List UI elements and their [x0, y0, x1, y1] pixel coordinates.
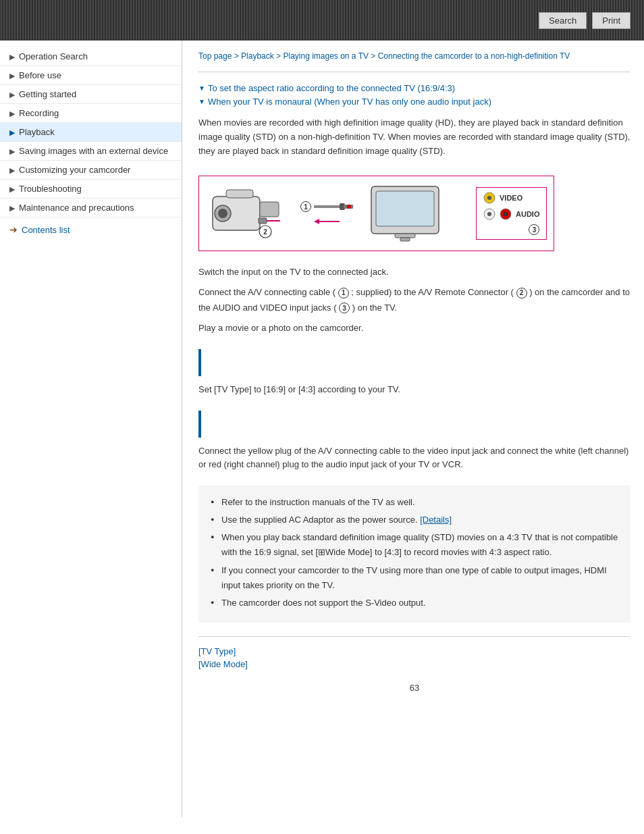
section-bar-icon-2 [198, 411, 201, 438]
circle-inline-1: 1 [338, 288, 349, 298]
section-link-label: To set the aspect ratio according to the… [208, 83, 455, 93]
sidebar-item-label: Getting started [19, 89, 76, 99]
page-layout: ▶ Operation Search ▶ Before use ▶ Gettin… [0, 41, 644, 817]
wide-mode-link[interactable]: [Wide Mode] [198, 659, 630, 669]
section-link-aspect-ratio[interactable]: ▼ To set the aspect ratio according to t… [198, 83, 630, 93]
sidebar-item-label: Operation Search [19, 51, 88, 61]
sidebar-item-playback[interactable]: ▶ Playback [0, 123, 182, 142]
note-item-1: Refer to the instruction manuals of the … [211, 495, 618, 510]
breadcrumb-playing-images[interactable]: Playing images on a TV [283, 51, 369, 61]
contents-list-label: Contents list [22, 225, 70, 235]
search-button[interactable]: Search [539, 12, 587, 29]
triangle-down-icon-2: ▼ [198, 98, 205, 105]
sidebar-item-recording[interactable]: ▶ Recording [0, 104, 182, 123]
svg-text:2: 2 [263, 228, 267, 236]
svg-point-12 [347, 205, 351, 209]
breadcrumb: Top page > Playback > Playing images on … [198, 51, 630, 61]
note-item-3: When you play back standard definition i… [211, 530, 618, 560]
arrow-left-svg [314, 217, 341, 226]
av-panel: VIDEO AUDIO [476, 187, 547, 240]
sidebar-item-operation-search[interactable]: ▶ Operation Search [0, 47, 182, 66]
contents-list-link[interactable]: ➔ Contents list [0, 217, 182, 242]
page-number: 63 [198, 683, 630, 693]
circle-inline-3: 3 [339, 303, 350, 313]
step-3-text: Play a movie or a photo on the camcorder… [198, 321, 630, 336]
arrow-icon: ▶ [9, 72, 15, 80]
connection-diagram: 2 1 [198, 176, 554, 251]
notes-box: Refer to the instruction manuals of the … [198, 486, 630, 623]
arrow-icon: ▶ [9, 109, 15, 118]
video-connector-icon [483, 192, 495, 204]
cable-connector-area: 1 [300, 201, 354, 226]
bottom-links: [TV Type] [Wide Mode] [198, 636, 630, 669]
section-link-monaural[interactable]: ▼ When your TV is monaural (When your TV… [198, 97, 630, 107]
arrow-icon: ▶ [9, 185, 15, 194]
section-link-label-2: When your TV is monaural (When your TV h… [208, 97, 491, 107]
sidebar-item-label: Saving images with an external device [19, 146, 168, 156]
svg-rect-4 [226, 190, 253, 198]
monaural-section-heading [198, 411, 630, 438]
contents-list-arrow-icon: ➔ [9, 224, 18, 235]
sidebar-item-label: Recording [19, 108, 59, 118]
camcorder-illustration: 2 [206, 183, 287, 244]
svg-rect-16 [376, 191, 434, 226]
divider-top [198, 72, 630, 72]
step-1-text: Switch the input on the TV to the connec… [198, 265, 630, 280]
sidebar-item-getting-started[interactable]: ▶ Getting started [0, 85, 182, 104]
note-item-2: Use the supplied AC Adaptor as the power… [211, 513, 618, 527]
audio-white-connector-icon [483, 208, 495, 220]
svg-point-20 [487, 196, 491, 200]
sidebar-item-before-use[interactable]: ▶ Before use [0, 66, 182, 85]
triangle-down-icon: ▼ [198, 84, 205, 92]
cable-svg [314, 201, 354, 213]
breadcrumb-connecting[interactable]: Connecting the camcorder to a non-high-d… [378, 51, 570, 61]
tv-illustration [368, 183, 462, 244]
details-link[interactable]: [Details] [420, 515, 452, 525]
intro-text: When movies are recorded with high defin… [198, 116, 630, 158]
svg-rect-9 [314, 205, 341, 208]
sidebar-item-troubleshooting[interactable]: ▶ Troubleshooting [0, 180, 182, 199]
breadcrumb-top-page[interactable]: Top page [198, 51, 232, 61]
breadcrumb-playback[interactable]: Playback [241, 51, 274, 61]
main-content: Top page > Playback > Playing images on … [182, 41, 644, 817]
arrow-icon: ▶ [9, 204, 15, 213]
section-bar-icon [198, 349, 201, 376]
tv-type-link[interactable]: [TV Type] [198, 646, 630, 656]
audio-row: AUDIO [483, 208, 539, 220]
arrow-icon: ▶ [9, 147, 15, 156]
svg-point-22 [487, 212, 491, 216]
notes-list: Refer to the instruction manuals of the … [211, 495, 618, 610]
tv-type-section-heading [198, 349, 630, 376]
cable-plug: 1 [300, 201, 354, 213]
circle-3-container: 3 [483, 224, 539, 235]
top-bar: Search Print [0, 0, 644, 41]
arrow-icon: ▶ [9, 166, 15, 175]
note-item-5: The camcorder does not support the S-Vid… [211, 596, 618, 610]
sidebar-item-label: Before use [19, 70, 61, 80]
arrow-icon: ▶ [9, 90, 15, 99]
svg-point-24 [504, 212, 508, 216]
svg-rect-18 [400, 238, 410, 241]
svg-point-2 [218, 209, 227, 218]
step-2-text: Connect the A/V connecting cable ( 1 ; s… [198, 285, 630, 315]
sidebar-item-label: Troubleshooting [19, 184, 82, 194]
sidebar-item-label: Customizing your camcorder [19, 165, 130, 175]
monaural-connect-text: Connect the yellow plug of the A/V conne… [198, 444, 630, 473]
circle-num-1: 1 [300, 201, 311, 212]
arrow-icon: ▶ [9, 128, 15, 137]
sidebar-item-saving-images[interactable]: ▶ Saving images with an external device [0, 142, 182, 161]
tv-type-set-text: Set [TV Type] to [16:9] or [4:3] accordi… [198, 383, 630, 397]
svg-rect-3 [260, 202, 279, 217]
sidebar-item-label: Playback [19, 127, 55, 137]
sidebar: ▶ Operation Search ▶ Before use ▶ Gettin… [0, 41, 182, 817]
sidebar-item-customizing[interactable]: ▶ Customizing your camcorder [0, 161, 182, 180]
svg-rect-5 [259, 218, 267, 224]
svg-rect-17 [395, 234, 415, 238]
audio-label: AUDIO [516, 210, 539, 218]
video-row: VIDEO [483, 192, 539, 204]
sidebar-item-label: Maintenance and precautions [19, 203, 134, 213]
print-button[interactable]: Print [592, 12, 630, 29]
circle-inline-2: 2 [516, 288, 527, 298]
audio-red-connector-icon [500, 208, 512, 220]
sidebar-item-maintenance[interactable]: ▶ Maintenance and precautions [0, 199, 182, 217]
